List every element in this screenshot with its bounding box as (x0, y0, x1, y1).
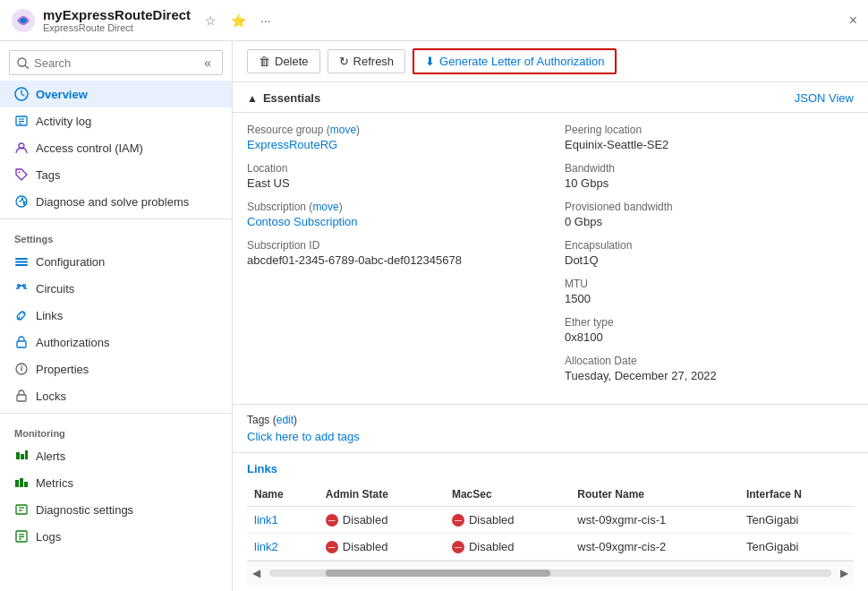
subscription-id-value: abcdef01-2345-6789-0abc-def012345678 (247, 253, 536, 267)
scroll-left-button[interactable]: ◀ (247, 565, 266, 581)
subscription-link[interactable]: Contoso Subscription (247, 215, 358, 228)
tags-edit-link[interactable]: edit (277, 414, 294, 426)
col-interface: Interface N (739, 483, 854, 507)
sidebar-item-locks[interactable]: Locks (0, 382, 232, 409)
sidebar-item-overview[interactable]: Overview (0, 81, 232, 107)
diagnostic-icon (14, 502, 29, 517)
sidebar-item-label-config: Configuration (36, 255, 105, 269)
sidebar-item-label-diagnostic: Diagnostic settings (36, 503, 133, 517)
sidebar-item-activity-log[interactable]: Activity log (0, 107, 232, 134)
sidebar-item-logs[interactable]: Logs (0, 523, 232, 550)
sidebar-item-label-diagnose: Diagnose and solve problems (36, 195, 189, 209)
generate-loa-button[interactable]: ⬇ Generate Letter of Authorization (413, 48, 617, 74)
rg-link[interactable]: ExpressRouteRG (247, 138, 337, 151)
link1-macsec-value: Disabled (452, 513, 563, 527)
links-section: Links Name Admin State MacSec Router Nam… (233, 453, 868, 585)
location-label: Location (247, 162, 536, 175)
link1-interface: TenGigabi (739, 507, 854, 534)
sidebar-item-circuits[interactable]: Circuits (0, 275, 232, 302)
essentials-header: ▲ Essentials JSON View (233, 82, 868, 113)
svg-line-2 (25, 65, 29, 69)
sidebar-divider-settings (0, 218, 232, 219)
search-input[interactable] (34, 56, 195, 70)
sidebar-item-alerts[interactable]: Alerts (0, 442, 232, 469)
essentials-title: ▲ Essentials (247, 91, 320, 105)
provisioned-bw-value: 0 Gbps (565, 215, 854, 228)
link2-admin-state-value: Disabled (326, 540, 438, 553)
links-section-title: Links (247, 462, 854, 475)
mtu-item: MTU 1500 (565, 278, 854, 305)
sidebar-item-label-auth: Authorizations (36, 336, 109, 349)
macsec-dot-icon (452, 514, 464, 527)
sidebar-item-diagnose[interactable]: Diagnose and solve problems (0, 188, 232, 215)
link2-link[interactable]: link2 (254, 540, 278, 553)
circuits-icon (14, 281, 29, 296)
links-icon (14, 308, 29, 322)
location-item: Location East US (247, 162, 536, 190)
close-button[interactable]: × (849, 13, 857, 29)
mtu-label: MTU (565, 278, 854, 290)
svg-rect-20 (17, 395, 26, 401)
links-header-row: Name Admin State MacSec Router Name Inte… (247, 483, 854, 507)
subscription-item: Subscription (move) Contoso Subscription (247, 201, 536, 228)
link2-admin-label: Disabled (343, 540, 388, 553)
peering-location-value: Equinix-Seattle-SE2 (565, 138, 854, 151)
resource-group-label: Resource group (move) (247, 124, 536, 136)
link2-admin-state: Disabled (319, 534, 445, 561)
sidebar-item-label-logs: Logs (36, 530, 61, 544)
allocation-date-value: Tuesday, December 27, 2022 (565, 369, 854, 382)
pin-icon[interactable]: ☆ (201, 12, 220, 30)
sidebar-item-links[interactable]: Links (0, 302, 232, 329)
download-icon: ⬇ (425, 55, 435, 68)
subscription-id-label: Subscription ID (247, 239, 536, 252)
links-table-wrapper: Name Admin State MacSec Router Name Inte… (247, 483, 854, 561)
sidebar-divider-monitoring (0, 413, 232, 414)
encapsulation-item: Encapsulation Dot1Q (565, 239, 854, 267)
sidebar: « Overview Activity log Access control (… (0, 41, 233, 591)
svg-rect-11 (15, 258, 28, 260)
sidebar-item-diagnostic[interactable]: Diagnostic settings (0, 496, 232, 523)
svg-rect-12 (15, 261, 28, 263)
sidebar-item-configuration[interactable]: Configuration (0, 248, 232, 275)
resource-title: myExpressRouteDirect (43, 7, 191, 22)
link1-macsec-label: Disabled (469, 513, 515, 527)
sidebar-item-access-control[interactable]: Access control (IAM) (0, 134, 232, 161)
sidebar-item-label-alerts: Alerts (36, 450, 65, 463)
resource-subtitle: ExpressRoute Direct (43, 22, 191, 33)
col-router-name: Router Name (570, 483, 739, 507)
chevron-down-icon: ▲ (247, 92, 258, 105)
sidebar-search-container[interactable]: « (9, 50, 223, 75)
move-link-rg[interactable]: move (330, 124, 356, 136)
macsec2-dot-icon (452, 541, 464, 553)
sidebar-item-label-properties: Properties (36, 363, 89, 376)
move-link-sub[interactable]: move (312, 201, 338, 213)
add-tags-link[interactable]: Click here to add tags (247, 430, 360, 443)
tags-section: Tags (edit) Click here to add tags (233, 405, 868, 453)
essentials-right-col: Peering location Equinix-Seattle-SE2 Ban… (565, 124, 854, 393)
ether-type-value: 0x8100 (565, 330, 854, 344)
star-icon[interactable]: ⭐ (227, 12, 250, 30)
disabled-dot-icon (326, 514, 338, 527)
sidebar-item-metrics[interactable]: Metrics (0, 469, 232, 496)
tags-label-text: Tags (edit) (247, 414, 854, 426)
sidebar-item-label-iam: Access control (IAM) (36, 141, 143, 155)
refresh-label: Refresh (353, 55, 395, 68)
refresh-button[interactable]: ↻ Refresh (328, 49, 406, 73)
link1-link[interactable]: link1 (254, 513, 278, 527)
peering-location-label: Peering location (565, 124, 854, 136)
ether-type-item: Ether type 0x8100 (565, 316, 854, 344)
svg-rect-16 (17, 341, 26, 347)
json-view-link[interactable]: JSON View (795, 91, 854, 105)
scroll-right-button[interactable]: ▶ (835, 565, 854, 581)
sidebar-collapse-button[interactable]: « (200, 56, 215, 70)
sidebar-item-authorizations[interactable]: Authorizations (0, 329, 232, 355)
svg-rect-24 (15, 480, 19, 487)
svg-point-19 (21, 365, 22, 367)
sidebar-item-properties[interactable]: Properties (0, 355, 232, 382)
sidebar-item-tags[interactable]: Tags (0, 161, 232, 188)
more-icon[interactable]: ··· (257, 12, 275, 30)
link2-macsec-value: Disabled (452, 540, 563, 553)
delete-button[interactable]: 🗑 Delete (247, 49, 320, 73)
title-bar-actions: ☆ ⭐ ··· (201, 12, 275, 30)
title-bar-text: myExpressRouteDirect ExpressRoute Direct (43, 7, 191, 33)
